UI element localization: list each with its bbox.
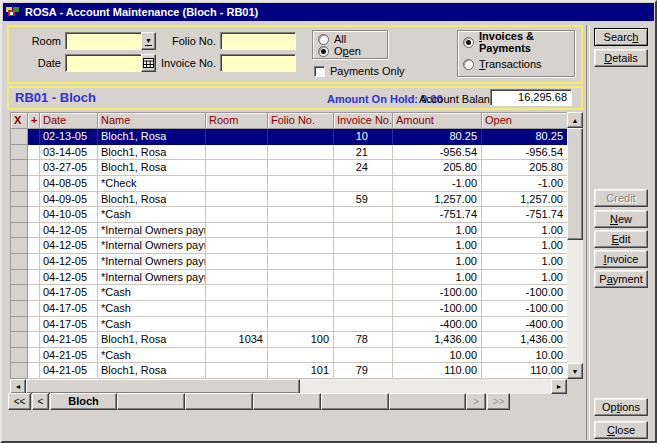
horizontal-scrollbar[interactable]: ◄ ► bbox=[10, 379, 567, 394]
cell-invoice-no: 59 bbox=[334, 192, 393, 208]
credit-button[interactable]: Credit bbox=[594, 189, 648, 207]
cell-room: 1034 bbox=[206, 332, 268, 348]
table-header-row[interactable]: X+DateNameRoomFolio No.Invoice No.Amount… bbox=[11, 112, 567, 129]
invoice-input[interactable] bbox=[220, 54, 296, 72]
search-button[interactable]: Search bbox=[594, 28, 648, 46]
view-option-invoices-payments[interactable]: Invoices & Payments bbox=[463, 36, 581, 48]
scope-option-open[interactable]: Open bbox=[318, 45, 361, 57]
scope-option-all[interactable]: All bbox=[318, 33, 346, 45]
column-header-Folio No.[interactable]: Folio No. bbox=[268, 113, 334, 128]
checkbox-icon bbox=[314, 66, 325, 77]
cell-expand bbox=[28, 192, 40, 208]
horizontal-scroll-thumb[interactable] bbox=[26, 379, 300, 394]
table-row[interactable]: 04-17-05*Cash-400.00-400.00 bbox=[11, 317, 567, 333]
payments-only-checkbox[interactable]: Payments Only bbox=[314, 65, 405, 77]
cell-row-selector bbox=[11, 145, 28, 161]
radio-all-icon bbox=[318, 34, 329, 45]
view-option-transactions[interactable]: Transactions bbox=[463, 58, 542, 70]
close-button[interactable]: Close bbox=[594, 421, 648, 439]
next-record-button[interactable]: > bbox=[466, 393, 486, 410]
scroll-right-button[interactable]: ► bbox=[551, 379, 567, 394]
cell-folio bbox=[268, 238, 334, 254]
last-record-button[interactable]: >> bbox=[487, 393, 510, 410]
account-tab-empty-4[interactable] bbox=[321, 393, 389, 410]
table-row[interactable]: 04-21-05Bloch1, Rosa1034100781,436.001,4… bbox=[11, 332, 567, 348]
cell-expand bbox=[28, 238, 40, 254]
previous-record-button[interactable]: < bbox=[32, 393, 49, 410]
cell-date: 02-13-05 bbox=[40, 129, 98, 145]
table-row[interactable]: 04-09-05Bloch1, Rosa591,257.001,257.00 bbox=[11, 192, 567, 208]
account-tab-bloch[interactable]: Bloch bbox=[50, 393, 117, 410]
table-row[interactable]: 03-14-05Bloch1, Rosa21-956.54-956.54 bbox=[11, 145, 567, 161]
cell-invoice-no: 10 bbox=[334, 129, 393, 145]
cell-folio bbox=[268, 270, 334, 286]
first-record-button[interactable]: << bbox=[8, 393, 31, 410]
column-header-Open[interactable]: Open bbox=[482, 113, 568, 128]
cell-row-selector bbox=[11, 223, 28, 239]
table-row[interactable]: 04-10-05*Cash-751.74-751.74 bbox=[11, 207, 567, 223]
arrow-up-icon: ▲ bbox=[572, 117, 579, 124]
edit-button[interactable]: Edit bbox=[594, 230, 648, 248]
folio-input[interactable] bbox=[220, 32, 296, 50]
table-row[interactable]: 04-12-05*Internal Owners payment code1.0… bbox=[11, 223, 567, 239]
cell-invoice-no bbox=[334, 348, 393, 364]
new-button[interactable]: New bbox=[594, 210, 648, 228]
cell-open: 1.00 bbox=[482, 254, 568, 270]
account-tab-empty-1[interactable] bbox=[117, 393, 185, 410]
scroll-up-button[interactable]: ▲ bbox=[567, 112, 583, 128]
table-row[interactable]: 04-12-05*Internal Owners payment code1.0… bbox=[11, 270, 567, 286]
table-row[interactable]: 04-08-05*Check-1.00-1.00 bbox=[11, 176, 567, 192]
account-tab-empty-3[interactable] bbox=[253, 393, 321, 410]
date-input[interactable] bbox=[65, 54, 142, 72]
cell-open: 1,257.00 bbox=[482, 192, 568, 208]
cell-room bbox=[206, 285, 268, 301]
table-row[interactable]: 04-12-05*Internal Owners payment code1.0… bbox=[11, 254, 567, 270]
table-row[interactable]: 04-21-05*Cash10.0010.00 bbox=[11, 348, 567, 364]
cell-row-selector bbox=[11, 317, 28, 333]
scope-open-label: Open bbox=[334, 45, 361, 57]
cell-amount: -400.00 bbox=[393, 317, 482, 333]
table-row[interactable]: 03-27-05Bloch1, Rosa24205.80205.80 bbox=[11, 160, 567, 176]
cell-invoice-no: 79 bbox=[334, 363, 393, 379]
details-button[interactable]: Details bbox=[594, 49, 648, 67]
cell-open: 1.00 bbox=[482, 270, 568, 286]
table-row[interactable]: 04-12-05*Internal Owners payment code1.0… bbox=[11, 238, 567, 254]
table-row[interactable]: 04-17-05*Cash-100.00-100.00 bbox=[11, 301, 567, 317]
cell-date: 03-14-05 bbox=[40, 145, 98, 161]
title-bar[interactable]: ROSA - Account Maintenance (Bloch - RB01… bbox=[3, 3, 654, 21]
table-row[interactable]: 04-17-05*Cash-100.00-100.00 bbox=[11, 285, 567, 301]
cell-open: 10.00 bbox=[482, 348, 568, 364]
account-tab-empty-5[interactable] bbox=[389, 393, 466, 410]
column-header-Room[interactable]: Room bbox=[206, 113, 268, 128]
cell-room bbox=[206, 254, 268, 270]
column-header-Date[interactable]: Date bbox=[40, 113, 98, 128]
vertical-scroll-thumb[interactable] bbox=[567, 128, 583, 240]
scroll-down-button[interactable]: ▼ bbox=[567, 363, 583, 379]
payment-button[interactable]: Payment bbox=[594, 270, 648, 288]
column-header-X[interactable]: X bbox=[11, 113, 28, 128]
scroll-left-button[interactable]: ◄ bbox=[10, 379, 26, 394]
table-row[interactable]: 04-21-05Bloch1, Rosa10179110.00110.00 bbox=[11, 363, 567, 379]
cell-expand bbox=[28, 176, 40, 192]
vertical-scrollbar[interactable]: ▲ ▼ bbox=[567, 112, 583, 379]
column-header-+[interactable]: + bbox=[28, 113, 40, 128]
room-input[interactable] bbox=[65, 32, 142, 50]
cell-invoice-no bbox=[334, 254, 393, 270]
account-tab-empty-2[interactable] bbox=[185, 393, 253, 410]
column-header-Amount[interactable]: Amount bbox=[393, 113, 482, 128]
cell-name: Bloch1, Rosa bbox=[98, 160, 206, 176]
table-row[interactable]: 02-13-05Bloch1, Rosa1080.2580.25 bbox=[11, 129, 567, 145]
window-title: ROSA - Account Maintenance (Bloch - RB01… bbox=[25, 6, 258, 18]
options-button[interactable]: Options bbox=[594, 398, 648, 416]
cell-row-selector bbox=[11, 270, 28, 286]
cell-invoice-no: 78 bbox=[334, 332, 393, 348]
column-header-Invoice No.[interactable]: Invoice No. bbox=[334, 113, 393, 128]
cell-amount: -1.00 bbox=[393, 176, 482, 192]
cell-date: 04-17-05 bbox=[40, 317, 98, 333]
amount-on-hold-label: Amount On Hold: bbox=[327, 93, 418, 105]
cell-open: 205.80 bbox=[482, 160, 568, 176]
cell-expand bbox=[28, 301, 40, 317]
invoice-button[interactable]: Invoice bbox=[594, 250, 648, 268]
column-header-Name[interactable]: Name bbox=[98, 113, 206, 128]
cell-open: 110.00 bbox=[482, 363, 568, 379]
